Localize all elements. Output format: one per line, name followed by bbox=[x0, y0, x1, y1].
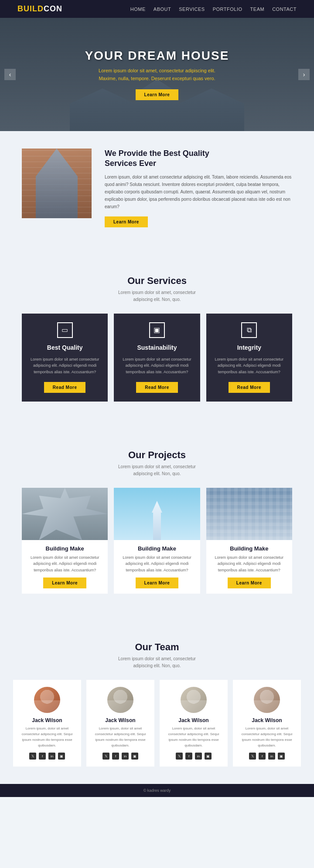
service-desc-3: Lorem ipsum dolor sit amet consectetur a… bbox=[212, 356, 286, 375]
services-section: Our Services Lorem ipsum dolor sit amet,… bbox=[0, 258, 314, 419]
service-cta-1[interactable]: Read More bbox=[44, 382, 86, 393]
team-card-3: Jack Wilson Lorem ipsum, dolor sit amet … bbox=[160, 680, 228, 767]
team-social-2: 𝕏 f in ▣ bbox=[91, 753, 150, 760]
project-desc-3: Lorem ipsum dolor sit amet consectetur a… bbox=[211, 554, 288, 573]
team-grid: Jack Wilson Lorem ipsum, dolor sit amet … bbox=[13, 680, 301, 767]
instagram-icon-4[interactable]: ▣ bbox=[278, 753, 285, 760]
footer-text: © kadres wardy bbox=[143, 788, 171, 793]
project-image-2 bbox=[114, 488, 200, 540]
facebook-icon-4[interactable]: f bbox=[259, 753, 266, 760]
about-description: Lorem ipsum, dolor sit amet consectetur … bbox=[105, 173, 292, 210]
hero-subtitle: Lorem ipsum dolor sit amet, consectetur … bbox=[85, 67, 229, 82]
project-card-2: Building Make Lorem ipsum dolor sit amet… bbox=[114, 488, 200, 594]
linkedin-icon-3[interactable]: in bbox=[195, 753, 202, 760]
team-social-4: 𝕏 f in ▣ bbox=[237, 753, 297, 760]
nav-home[interactable]: HOME bbox=[130, 7, 146, 12]
service-icon-1: ▭ bbox=[57, 322, 73, 338]
service-icon-2: ▣ bbox=[149, 322, 165, 338]
twitter-icon-2[interactable]: 𝕏 bbox=[102, 753, 109, 760]
hero-content: YOUR DREAM HOUSE Lorem ipsum dolor sit a… bbox=[85, 49, 229, 100]
nav-about[interactable]: ABOUT bbox=[154, 7, 171, 12]
projects-grid: Building Make Lorem ipsum dolor sit amet… bbox=[22, 488, 292, 594]
services-subtitle: Lorem ipsum dolor sit amet, consectetura… bbox=[22, 289, 292, 303]
facebook-icon-1[interactable]: f bbox=[39, 753, 46, 760]
facebook-icon-2[interactable]: f bbox=[112, 753, 119, 760]
instagram-icon-2[interactable]: ▣ bbox=[131, 753, 138, 760]
service-name-3: Integrity bbox=[237, 344, 261, 351]
hero-title: YOUR DREAM HOUSE bbox=[85, 49, 229, 63]
about-image bbox=[22, 149, 92, 218]
team-name-4: Jack Wilson bbox=[237, 717, 297, 723]
team-avatar-4 bbox=[254, 687, 280, 713]
project-info-1: Building Make Lorem ipsum dolor sit amet… bbox=[22, 540, 108, 594]
nav-links: HOME ABOUT SERVICES PORTFOLIO TEAM CONTA… bbox=[130, 7, 297, 12]
linkedin-icon-2[interactable]: in bbox=[122, 753, 129, 760]
service-cta-3[interactable]: Read More bbox=[229, 382, 270, 393]
project-image-1 bbox=[22, 488, 108, 540]
project-name-3: Building Make bbox=[211, 545, 288, 552]
service-card-1: ▭ Best Quality Lorem ipsum dolor sit ame… bbox=[22, 314, 108, 402]
twitter-icon-3[interactable]: 𝕏 bbox=[176, 753, 183, 760]
projects-subtitle: Lorem ipsum dolor sit amet, consectetura… bbox=[22, 463, 292, 477]
project-cta-1[interactable]: Learn More bbox=[43, 578, 86, 588]
project-name-2: Building Make bbox=[118, 545, 195, 552]
services-title: Our Services bbox=[22, 275, 292, 287]
hero-section: ‹ YOUR DREAM HOUSE Lorem ipsum dolor sit… bbox=[0, 18, 314, 131]
spacer-2 bbox=[0, 419, 314, 432]
team-social-3: 𝕏 f in ▣ bbox=[164, 753, 223, 760]
project-desc-2: Lorem ipsum dolor sit amet consectetur a… bbox=[118, 554, 195, 573]
hero-next-button[interactable]: › bbox=[298, 69, 310, 80]
linkedin-icon-4[interactable]: in bbox=[268, 753, 275, 760]
nav-team[interactable]: TEAM bbox=[250, 7, 265, 12]
nav-services[interactable]: SERVICES bbox=[179, 7, 205, 12]
twitter-icon-1[interactable]: 𝕏 bbox=[29, 753, 36, 760]
nav-portfolio[interactable]: PORTFOLIO bbox=[213, 7, 242, 12]
footer: © kadres wardy bbox=[0, 784, 314, 797]
about-title: We Provide the Best QualityServices Ever bbox=[105, 149, 292, 169]
project-card-1: Building Make Lorem ipsum dolor sit amet… bbox=[22, 488, 108, 594]
logo-build: BUILD bbox=[17, 4, 44, 13]
logo-con: CON bbox=[44, 4, 62, 13]
team-card-1: Jack Wilson Lorem ipsum, dolor sit amet … bbox=[13, 680, 81, 767]
team-name-1: Jack Wilson bbox=[17, 717, 77, 723]
hero-prev-button[interactable]: ‹ bbox=[4, 69, 16, 80]
project-card-3: Building Make Lorem ipsum dolor sit amet… bbox=[206, 488, 292, 594]
team-avatar-3 bbox=[181, 687, 207, 713]
team-social-1: 𝕏 f in ▣ bbox=[17, 753, 77, 760]
projects-section: Our Projects Lorem ipsum dolor sit amet,… bbox=[0, 432, 314, 611]
hero-cta-button[interactable]: Learn More bbox=[136, 89, 179, 100]
nav-contact[interactable]: CONTACT bbox=[272, 7, 297, 12]
team-title: Our Team bbox=[13, 642, 301, 653]
twitter-icon-4[interactable]: 𝕏 bbox=[249, 753, 256, 760]
spacer-3 bbox=[0, 611, 314, 624]
team-desc-1: Lorem ipsum, dolor sit amet consectetur … bbox=[17, 726, 77, 748]
project-cta-3[interactable]: Learn More bbox=[228, 578, 271, 588]
facebook-icon-3[interactable]: f bbox=[185, 753, 192, 760]
service-name-1: Best Quality bbox=[47, 344, 83, 351]
service-name-2: Sustainability bbox=[137, 344, 177, 351]
team-desc-2: Lorem ipsum, dolor sit amet consectetur … bbox=[91, 726, 150, 748]
project-info-2: Building Make Lorem ipsum dolor sit amet… bbox=[114, 540, 200, 594]
project-image-3 bbox=[206, 488, 292, 540]
services-grid: ▭ Best Quality Lorem ipsum dolor sit ame… bbox=[22, 314, 292, 402]
hero-subtitle-line1: Lorem ipsum dolor sit amet, consectetur … bbox=[99, 68, 215, 73]
team-card-4: Jack Wilson Lorem ipsum, dolor sit amet … bbox=[233, 680, 301, 767]
instagram-icon-3[interactable]: ▣ bbox=[205, 753, 212, 760]
service-card-3: ⧉ Integrity Lorem ipsum dolor sit amet c… bbox=[206, 314, 292, 402]
service-desc-2: Lorem ipsum dolor sit amet consectetur a… bbox=[120, 356, 194, 375]
logo: BUILDCON bbox=[17, 4, 62, 14]
service-icon-3: ⧉ bbox=[241, 322, 257, 338]
instagram-icon-1[interactable]: ▣ bbox=[58, 753, 65, 760]
project-info-3: Building Make Lorem ipsum dolor sit amet… bbox=[206, 540, 292, 594]
team-subtitle: Lorem ipsum dolor sit amet, consectetura… bbox=[13, 655, 301, 669]
linkedin-icon-1[interactable]: in bbox=[48, 753, 55, 760]
service-cta-2[interactable]: Read More bbox=[136, 382, 178, 393]
project-desc-1: Lorem ipsum dolor sit amet consectetur a… bbox=[26, 554, 103, 573]
hero-subtitle-line2: Maxime, nulla, tempore. Deserunt exceptu… bbox=[99, 76, 215, 81]
team-card-2: Jack Wilson Lorem ipsum, dolor sit amet … bbox=[86, 680, 154, 767]
spacer-1 bbox=[0, 245, 314, 258]
project-cta-2[interactable]: Learn More bbox=[136, 578, 179, 588]
team-avatar-1 bbox=[34, 687, 60, 713]
about-cta-button[interactable]: Learn More bbox=[105, 216, 148, 227]
project-name-1: Building Make bbox=[26, 545, 103, 552]
